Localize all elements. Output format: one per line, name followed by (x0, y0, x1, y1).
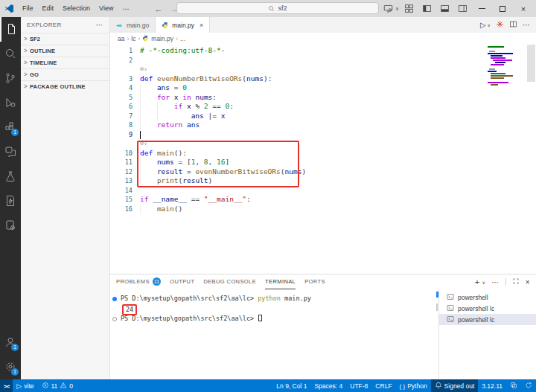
activity-testing-button[interactable] (0, 164, 21, 189)
explorer-more-actions-icon[interactable]: ⋯ (96, 21, 103, 29)
sidebar-section-package-outline[interactable]: >PACKAGE OUTLINE (21, 80, 109, 92)
new-terminal-button[interactable]: + (475, 277, 480, 286)
status-notifications[interactable] (521, 379, 536, 392)
sidebar-section-outline[interactable]: >OUTLINE (21, 45, 109, 57)
status-eol[interactable]: CRLF (371, 379, 395, 392)
status-indentation[interactable]: Spaces: 4 (310, 379, 346, 392)
code-line: 4 ans = 0 (110, 83, 536, 93)
code-line: 8 return ans (110, 121, 536, 130)
minimize-button[interactable] (472, 1, 491, 16)
activity-explorer-button[interactable] (0, 17, 21, 42)
close-icon[interactable]: × (200, 22, 203, 29)
menu-file[interactable]: File (18, 2, 38, 15)
activity-run-and-debug-button[interactable] (0, 91, 21, 115)
tab-main-go[interactable]: -∞main.go (110, 17, 156, 33)
editor-more-actions-icon[interactable]: ⋯ (523, 21, 530, 29)
breadcrumb[interactable]: aa›lc›main.py›... (110, 33, 536, 45)
toggle-secondary-sidebar-icon[interactable] (454, 2, 470, 15)
activity-accounts-button[interactable]: 1 (0, 330, 21, 355)
tab-main-py[interactable]: main.py× (156, 17, 210, 33)
status-cursor-position[interactable]: Ln 9, Col 1 (272, 379, 310, 392)
chevron-down-icon: ∨ (395, 6, 399, 12)
panel-tab-debug-console[interactable]: DEBUG CONSOLE (203, 274, 256, 289)
run-python-file-button[interactable]: ▷ (480, 21, 486, 29)
terminal-dropdown-icon[interactable]: ∨ (482, 280, 486, 285)
activity-source-control-button[interactable] (0, 66, 21, 91)
status-vite-task[interactable]: ▷vite (13, 379, 37, 392)
status-python-version[interactable]: 3.12.11 (478, 379, 506, 392)
activity-chat-button[interactable] (0, 140, 21, 164)
panel-tab-problems[interactable]: PROBLEMS11 (116, 274, 161, 289)
editor-scrollbar[interactable] (527, 45, 535, 82)
run-dropdown-icon[interactable]: ∨ (488, 22, 491, 28)
breadcrumb-item-aa[interactable]: aa (118, 35, 124, 42)
panel-tab-terminal[interactable]: TERMINAL (265, 274, 296, 289)
maximize-panel-icon[interactable] (512, 277, 520, 286)
remote-window-icon[interactable] (380, 2, 397, 15)
status-language-mode[interactable]: { }Python (396, 379, 431, 392)
badge: 1 (11, 129, 19, 136)
sidebar-section-timeline[interactable]: >TIMELINE (21, 57, 109, 68)
activity-search-button[interactable] (0, 42, 21, 66)
sidebar-section-go[interactable]: >GO (21, 68, 109, 80)
sidebar-section-sf2[interactable]: >SF2 (21, 33, 109, 45)
panel-tab-ports[interactable]: PORTS (304, 274, 325, 289)
chevron-right-icon: > (24, 60, 27, 67)
code-runner-icon[interactable] (496, 20, 504, 30)
code-line: 3def evenNumberBitwiseORs(nums): (110, 74, 536, 84)
terminal-line: PS D:\mysetup\gopath\src\sf2\aa\lc> (110, 314, 438, 324)
terminal-list-item[interactable]: powershell lc (439, 314, 536, 325)
token: ans (157, 83, 170, 91)
menu-selection[interactable]: Selection (58, 2, 95, 15)
customize-layout-icon[interactable] (401, 2, 417, 15)
minimap[interactable] (488, 46, 526, 86)
breadcrumb-label: main.py (151, 35, 173, 42)
menu-view[interactable]: View (95, 2, 118, 15)
breadcrumb-item-main-py[interactable]: main.py (142, 35, 173, 43)
search-input[interactable]: sf2 (176, 2, 379, 14)
braces-icon: { } (400, 382, 406, 390)
panel-tab-label: DEBUG CONSOLE (203, 274, 256, 289)
code-editor[interactable]: 1# -*-coding:utf-8-*-2⚙∨3def evenNumberB… (110, 45, 536, 274)
toggle-panel-icon[interactable] (436, 2, 453, 15)
close-window-button[interactable]: × (514, 1, 533, 16)
status-label: UTF-8 (350, 382, 368, 390)
command-decoration-icon[interactable] (112, 317, 117, 321)
gear-icon[interactable]: ⚙∨ (140, 65, 147, 74)
close-panel-icon[interactable]: × (526, 278, 530, 286)
status-python-env[interactable] (506, 379, 521, 392)
terminal-text: PS D:\mysetup\gopath\src\sf2\aa\lc> (121, 295, 258, 302)
breadcrumb-item--[interactable]: ... (180, 35, 185, 42)
breadcrumb-item-lc[interactable]: lc (131, 35, 135, 42)
panel-more-actions-icon[interactable]: ⋯ (491, 278, 499, 286)
status-account-status[interactable]: Signed out (431, 379, 479, 392)
breadcrumb-label: ... (180, 35, 185, 42)
split-editor-icon[interactable] (509, 20, 517, 30)
activity-code-tools-button[interactable] (0, 213, 21, 238)
menu-bar: FileEditSelectionView (18, 2, 118, 15)
nav-back-icon[interactable]: ← (154, 4, 162, 13)
terminal-output[interactable]: PS D:\mysetup\gopath\src\sf2\aa\lc> pyth… (110, 289, 438, 379)
maximize-button[interactable] (493, 1, 512, 16)
status-problems[interactable]: 110 (38, 379, 77, 392)
menu-overflow-button[interactable]: ⋯ (118, 5, 133, 13)
search-icon (268, 5, 275, 12)
toggle-sidebar-icon[interactable] (418, 2, 435, 15)
command-decoration-icon[interactable] (112, 297, 117, 301)
code-text: def evenNumberBitwiseORs(nums): (140, 74, 272, 84)
activity-settings-button[interactable]: 1 (0, 355, 21, 379)
token: def (140, 74, 153, 83)
status-remote[interactable]: >< (0, 379, 13, 392)
terminal-list-sash[interactable] (438, 289, 439, 379)
menu-edit[interactable]: Edit (38, 2, 59, 15)
panel-tab-output[interactable]: OUTPUT (170, 274, 194, 289)
indent-guide (140, 83, 141, 93)
activity-extensions-button[interactable]: 1 (0, 115, 21, 140)
token: "__main__" (204, 195, 246, 203)
terminal-list-item[interactable]: powershell lc (439, 303, 536, 314)
terminal-list-item[interactable]: powershell (439, 292, 536, 303)
terminal-text: main.py (281, 295, 311, 302)
activity-snippets-button[interactable] (0, 189, 21, 213)
bell-icon (435, 382, 442, 391)
status-encoding[interactable]: UTF-8 (346, 379, 371, 392)
